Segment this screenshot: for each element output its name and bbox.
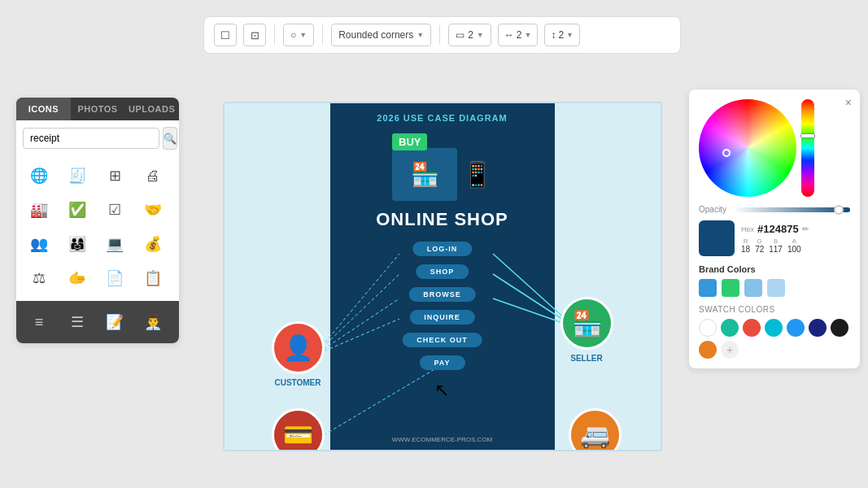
brand-colors-label: Brand Colors bbox=[699, 264, 850, 274]
icon-document[interactable]: 📄 bbox=[98, 262, 131, 294]
opacity-thumb[interactable] bbox=[834, 205, 844, 215]
online-shop-title: ONLINE SHOP bbox=[330, 209, 555, 230]
icon-list-check[interactable]: ☰ bbox=[61, 306, 94, 338]
menu-btn-browse[interactable]: BROWSE bbox=[408, 287, 476, 302]
height-control[interactable]: ↕ 2 ▼ bbox=[544, 24, 580, 46]
swatch-cyan[interactable] bbox=[765, 319, 783, 337]
height-value: 2 bbox=[558, 29, 564, 41]
hue-cursor[interactable] bbox=[800, 133, 815, 138]
opacity-row: Opacity bbox=[699, 205, 850, 214]
phone-illustration: 📱 bbox=[462, 160, 492, 189]
swatch-red[interactable] bbox=[743, 319, 761, 337]
menu-btn-inquire[interactable]: INQUIRE bbox=[409, 310, 475, 325]
color-swatch-big[interactable] bbox=[699, 220, 735, 256]
frame-tool-btn[interactable]: ⊡ bbox=[243, 24, 266, 46]
color-values: Hex #124875 ✏ R 18 G 72 B 117 A bbox=[741, 223, 850, 254]
customer-label: CUSTOMER bbox=[274, 378, 321, 387]
menu-btn-pay[interactable]: PAY bbox=[419, 355, 465, 370]
icon-receipt[interactable]: 🧾 bbox=[61, 159, 94, 192]
icon-money[interactable]: 💰 bbox=[137, 228, 169, 260]
courier-icon: 🚐 bbox=[569, 408, 622, 451]
width-icon: ↔ bbox=[504, 29, 514, 41]
swatch-colors-row: + bbox=[699, 319, 850, 359]
actor-bank: 💳 BANK bbox=[272, 408, 325, 451]
close-button[interactable]: × bbox=[845, 96, 852, 109]
swatch-add-button[interactable]: + bbox=[721, 341, 739, 359]
wheel-cursor[interactable] bbox=[722, 149, 731, 157]
edit-hex-icon[interactable]: ✏ bbox=[802, 224, 809, 233]
color-panel: × Opacity Hex #124875 ✏ R 18 bbox=[689, 89, 860, 368]
border-icon: ▭ bbox=[456, 29, 465, 41]
border-style-dropdown[interactable]: ▭ 2 ▼ bbox=[448, 24, 491, 46]
brand-colors-row bbox=[699, 279, 850, 297]
icon-laptop[interactable]: 💻 bbox=[98, 228, 131, 260]
swatch-blue[interactable] bbox=[787, 319, 805, 337]
rectangle-tool-btn[interactable]: ☐ bbox=[214, 24, 237, 46]
swatch-white[interactable] bbox=[699, 319, 717, 337]
main-canvas: 2026 USE CASE DIAGRAM BUY 🏪 📱 ONLINE SHO… bbox=[195, 89, 689, 464]
search-button[interactable]: 🔍 bbox=[163, 127, 177, 150]
center-illustration: BUY 🏪 📱 bbox=[330, 126, 555, 207]
diagram-right-bg bbox=[547, 103, 661, 450]
actor-courier: 🚐 COURIER bbox=[569, 408, 622, 451]
customer-icon: 👤 bbox=[272, 321, 325, 374]
menu-btn-checkout[interactable]: CHECK OUT bbox=[402, 333, 482, 347]
icon-grid[interactable]: ⊞ bbox=[98, 159, 131, 192]
actor-customer: 👤 CUSTOMER bbox=[272, 321, 325, 387]
actor-seller: 🏪 SELLER bbox=[560, 297, 613, 363]
icon-list[interactable]: ≡ bbox=[23, 306, 55, 338]
color-wheel[interactable] bbox=[699, 99, 796, 197]
menu-btn-shop[interactable]: SHOP bbox=[416, 264, 469, 279]
shape-icon: ○ bbox=[290, 29, 296, 41]
toolbar: ☐ ⊡ ○ ▼ Rounded corners ▼ ▭ 2 ▼ ↔ 2 ▼ ↕ … bbox=[203, 16, 681, 54]
brand-color-lightblue[interactable] bbox=[744, 279, 762, 297]
brand-color-pale[interactable] bbox=[767, 279, 785, 297]
icon-hand[interactable]: 🫱 bbox=[61, 262, 94, 294]
channel-b: B 117 bbox=[769, 237, 783, 254]
color-wheel-section bbox=[699, 99, 850, 197]
hue-slider[interactable] bbox=[801, 99, 814, 197]
brand-color-blue[interactable] bbox=[699, 279, 717, 297]
icon-printer[interactable]: 🖨 bbox=[137, 159, 169, 192]
channel-g: G 72 bbox=[755, 237, 764, 254]
width-value: 2 bbox=[517, 29, 522, 41]
tab-icons[interactable]: ICONS bbox=[16, 98, 71, 120]
rounded-corners-chevron: ▼ bbox=[417, 31, 424, 39]
shape-dropdown[interactable]: ○ ▼ bbox=[283, 24, 314, 46]
rgba-row: R 18 G 72 B 117 A 100 bbox=[741, 237, 850, 254]
hex-value[interactable]: #124875 bbox=[757, 223, 799, 235]
icon-handshake[interactable]: 🤝 bbox=[137, 194, 169, 226]
icon-manager[interactable]: 👨‍💼 bbox=[137, 306, 169, 338]
diagram-container[interactable]: 2026 USE CASE DIAGRAM BUY 🏪 📱 ONLINE SHO… bbox=[223, 102, 662, 451]
swatch-orange[interactable] bbox=[699, 341, 717, 359]
hex-row: Hex #124875 ✏ bbox=[741, 223, 850, 235]
icon-note[interactable]: 📝 bbox=[98, 306, 131, 338]
icon-check-filled[interactable]: ✅ bbox=[61, 194, 94, 226]
swatch-black[interactable] bbox=[831, 319, 848, 337]
icons-grid-dark: ≡ ☰ 📝 👨‍💼 bbox=[16, 301, 179, 343]
rounded-corners-dropdown[interactable]: Rounded corners ▼ bbox=[331, 24, 431, 46]
brand-color-green[interactable] bbox=[722, 279, 739, 297]
icon-scales[interactable]: ⚖ bbox=[23, 262, 55, 294]
rounded-corners-label: Rounded corners bbox=[338, 29, 413, 41]
tab-uploads[interactable]: UPLOADS bbox=[124, 98, 179, 120]
icon-clipboard[interactable]: 📋 bbox=[137, 262, 169, 294]
shop-illustration: 🏪 bbox=[392, 148, 457, 201]
icon-people[interactable]: 👥 bbox=[23, 228, 55, 260]
height-chevron: ▼ bbox=[566, 31, 574, 39]
menu-btn-login[interactable]: LOG-IN bbox=[412, 242, 473, 256]
width-chevron: ▼ bbox=[524, 31, 531, 39]
icon-factory[interactable]: 🏭 bbox=[23, 194, 55, 226]
swatch-teal[interactable] bbox=[721, 319, 739, 337]
border-width: 2 bbox=[468, 29, 473, 41]
search-input[interactable] bbox=[23, 128, 159, 149]
color-info-row: Hex #124875 ✏ R 18 G 72 B 117 A bbox=[699, 220, 850, 256]
opacity-slider[interactable] bbox=[733, 207, 850, 212]
left-panel: ICONS PHOTOS UPLOADS 🔍 🌐 🧾 ⊞ 🖨 🏭 ✅ ☑ 🤝 👥… bbox=[16, 98, 179, 343]
icon-family[interactable]: 👨‍👩‍👧 bbox=[61, 228, 94, 260]
width-control[interactable]: ↔ 2 ▼ bbox=[498, 24, 539, 46]
icon-check-outline[interactable]: ☑ bbox=[98, 194, 131, 226]
swatch-navy[interactable] bbox=[809, 319, 827, 337]
icon-globe[interactable]: 🌐 bbox=[23, 159, 55, 192]
tab-photos[interactable]: PHOTOS bbox=[71, 98, 125, 120]
